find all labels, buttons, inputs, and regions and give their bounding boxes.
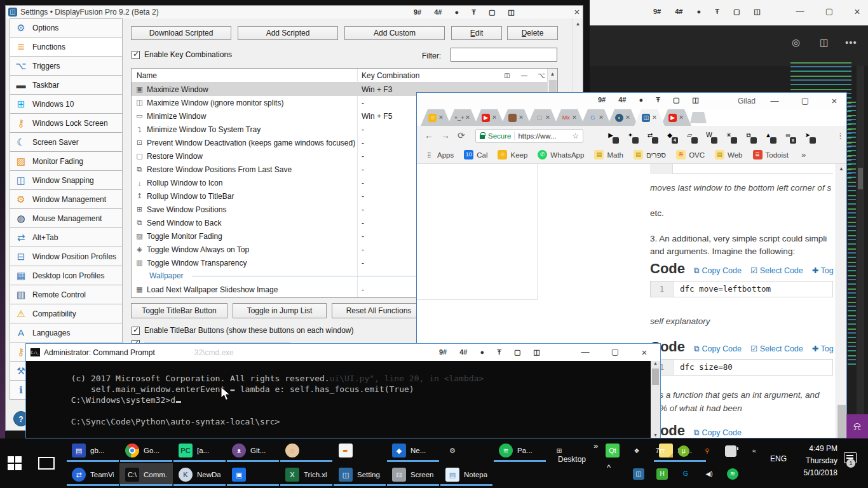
tab-close-icon[interactable]: ✕ [679, 114, 684, 121]
sidebar-item[interactable]: ▥ Remote Control [10, 285, 123, 304]
jumplist-column-icon[interactable]: ⌥ [536, 71, 546, 81]
action-center-icon[interactable]: 1 [844, 452, 857, 463]
tray-icon[interactable]: ◀) [703, 468, 715, 480]
start-button[interactable] [8, 456, 23, 471]
tray-icon[interactable]: ◫ [632, 468, 645, 480]
minimize-button[interactable]: — [576, 347, 595, 356]
scroll-up-arrow[interactable]: ▲ [836, 164, 846, 172]
df-titlebar-button[interactable]: ● [455, 8, 459, 17]
task-view-button[interactable] [38, 457, 55, 470]
taskbar-item[interactable]: ▤ Notepad [440, 463, 493, 486]
df-titlebar-button[interactable]: 4# [618, 96, 626, 104]
bookmark-item[interactable]: ▤ Math [594, 150, 623, 159]
extension-icon[interactable]: ➤ [802, 130, 813, 141]
sidebar-item[interactable]: ◫ Window Snapping [10, 171, 123, 190]
df-titlebar-button[interactable]: 9# [598, 96, 606, 104]
extension-icon[interactable]: ▲ [763, 130, 774, 141]
minimize-button[interactable]: — [765, 96, 784, 105]
forward-button[interactable]: → [441, 130, 450, 140]
copy-code-link[interactable]: ⧉ Copy Code [694, 344, 742, 354]
sidebar-item[interactable]: ☾ Screen Saver [10, 133, 123, 152]
df-titlebar-button[interactable]: ◫ [508, 8, 514, 17]
reload-button[interactable]: ⟳ [458, 130, 465, 140]
toggle-titlebar-button[interactable]: Toggle TitleBar Button [131, 303, 227, 318]
df-titlebar-button[interactable]: 9# [414, 8, 421, 17]
tab-close-icon[interactable]: ✕ [625, 114, 630, 121]
close-button[interactable]: × [635, 347, 654, 358]
sidebar-item[interactable]: ⚙ Window Management [10, 190, 123, 209]
bookmark-item[interactable]: ⣿ Apps [424, 150, 454, 159]
split-view-icon[interactable]: ◫ [820, 37, 829, 48]
download-scripted-button[interactable]: Download Scripted [131, 26, 231, 40]
sidebar-item[interactable]: ⚷ Windows Lock Screen [10, 114, 123, 133]
taskbar-item[interactable]: ◌ [280, 439, 333, 462]
taskbar-item[interactable]: ⚙ [440, 439, 493, 462]
editor-scrollbar[interactable] [857, 66, 864, 422]
language-indicator[interactable]: ENG [770, 454, 787, 463]
df-titlebar-button[interactable]: Ŧ [471, 8, 476, 17]
bookmark-item[interactable]: ≣ Todoist [753, 150, 789, 159]
taskbar-clock[interactable]: 4:49 PM Thursday 5/10/2018 [790, 443, 837, 479]
find-in-page-icon[interactable]: ◎ [792, 37, 800, 48]
taskbar-item[interactable]: X Trich.xl... [280, 463, 333, 486]
close-button[interactable]: × [848, 6, 867, 18]
add-scripted-button[interactable]: Add Scripted [238, 26, 338, 40]
browser-tab[interactable]: ▢ ✕ [527, 109, 558, 126]
browser-tab[interactable]: ◫ ✕ [634, 109, 665, 126]
sidebar-item[interactable]: ≣ Functions [10, 37, 123, 57]
browser-tab[interactable]: ◐ ✕ [607, 109, 638, 126]
enable-key-combinations-checkbox[interactable] [132, 51, 140, 59]
df-titlebar-button[interactable]: ● [480, 348, 485, 356]
enable-titlebar-buttons-checkbox[interactable] [132, 327, 140, 335]
df-titlebar-button[interactable]: ▢ [489, 8, 495, 17]
scrollbar-thumb[interactable] [837, 405, 846, 438]
tab-close-icon[interactable]: ✕ [545, 114, 550, 121]
bookmarks-overflow-icon[interactable]: » [801, 150, 806, 159]
sidebar-item[interactable]: ⌥ Triggers [10, 57, 123, 76]
df-titlebar-button[interactable]: ▢ [733, 8, 740, 16]
sidebar-item[interactable]: ⇄ Alt+Tab [10, 228, 123, 247]
tray-icon[interactable]: ⚲ [701, 445, 714, 458]
extension-icon[interactable]: ✦ [625, 130, 636, 141]
bookmark-star-icon[interactable]: ☆ [572, 132, 579, 140]
extension-icon[interactable]: ⇄ [644, 130, 656, 141]
tray-icon[interactable]: 7ᴛᴛ [654, 445, 667, 458]
add-custom-button[interactable]: Add Custom [344, 26, 445, 40]
sidebar-item[interactable]: ⊞ Windows 10 [10, 95, 123, 114]
taskbar-item[interactable]: ◆ Ne... [386, 439, 440, 462]
tray-icon[interactable]: ❖ [630, 445, 643, 458]
bookmark-item[interactable]: ▤ Web [715, 150, 742, 159]
sidebar-item[interactable]: A Languages [10, 323, 123, 342]
browser-tab[interactable]: ✕ [501, 109, 531, 126]
taskbar-item[interactable]: ◫ Setting... [333, 463, 386, 486]
tray-icon[interactable]: ≈ [748, 445, 761, 458]
toggle-link[interactable]: ✚ Tog [812, 266, 834, 275]
console-output[interactable]: (c) 2017 Microsoft Corporation. All righ… [26, 361, 651, 438]
toggle-link[interactable]: ✚ Tog [812, 344, 834, 353]
titlebar-button-column-icon[interactable]: ◫ [502, 71, 512, 81]
extension-icon[interactable]: W [703, 130, 715, 141]
sidebar-item[interactable]: ⚠ Compatibility [10, 304, 123, 323]
tray-icon[interactable]: µ [677, 445, 690, 458]
omnibox[interactable]: Secure https://ww... ☆ [475, 129, 583, 143]
select-code-link[interactable]: ☑ Select Code [750, 266, 803, 275]
tab-close-icon[interactable]: ✕ [599, 114, 604, 121]
bookmark-item[interactable]: ✇ OVC [676, 150, 705, 159]
tab-close-icon[interactable]: ✕ [465, 114, 470, 121]
back-button[interactable]: ← [424, 130, 433, 140]
browser-tab[interactable]: G ✕ [581, 109, 611, 126]
select-code-link[interactable]: ☑ Select Code [750, 344, 803, 353]
chrome-menu-icon[interactable]: ⋮ [836, 131, 844, 140]
bookmark-item[interactable]: ✆ WhatsApp [538, 150, 584, 159]
sidebar-item[interactable]: ⚙ Options [10, 18, 123, 37]
extension-icon[interactable]: ⧉ [743, 130, 754, 141]
filter-input[interactable] [451, 48, 557, 62]
maximize-button[interactable]: ▢ [796, 96, 815, 105]
sidebar-item[interactable]: ⊟ Window Position Profiles [10, 247, 123, 266]
sidebar-item[interactable]: ▬ Taskbar [10, 76, 123, 95]
taskbar-item[interactable]: ▤ gb... [66, 439, 119, 462]
bookmark-item[interactable]: ⌾ Keep [498, 150, 527, 159]
df-titlebar-button[interactable]: 9# [653, 8, 661, 16]
browser-tab[interactable]: ▶ ✕ [661, 109, 691, 126]
sidebar-item[interactable]: ▦ Desktop Icon Profiles [10, 266, 123, 285]
